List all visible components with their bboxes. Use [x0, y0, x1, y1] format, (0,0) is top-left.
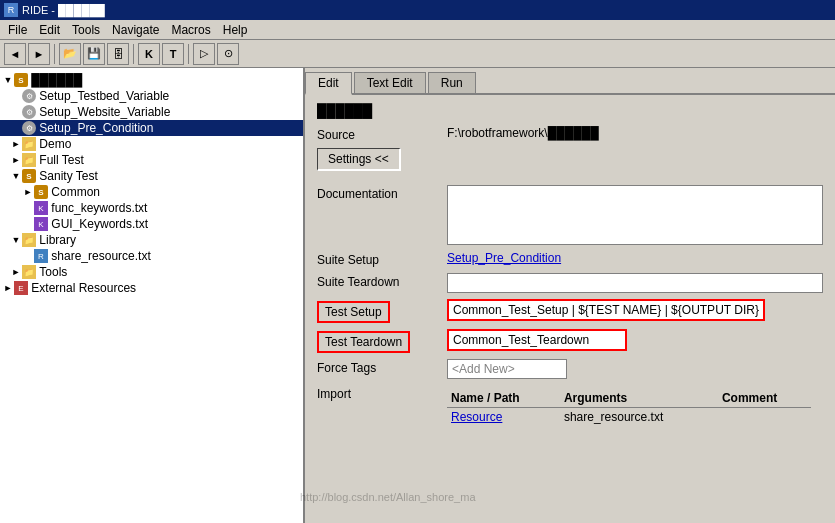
toolbar: ◄ ► 📂 💾 🗄 K T ▷ ⊙ [0, 40, 835, 68]
project-tree[interactable]: ▼ S ██████ ⚙ Setup_Testbed_Variable ⚙ Se… [0, 68, 305, 523]
toolbar-save-all[interactable]: 💾 [83, 43, 105, 65]
menu-macros[interactable]: Macros [165, 22, 216, 38]
test-setup-label[interactable]: Test Setup [317, 301, 390, 323]
import-type[interactable]: Resource [447, 408, 560, 427]
col-comment: Comment [718, 389, 811, 408]
ext-icon: E [14, 281, 28, 295]
suite-setup-link[interactable]: Setup_Pre_Condition [447, 251, 561, 265]
suite-teardown-row: Suite Teardown [317, 273, 823, 293]
toolbar-forward[interactable]: ► [28, 43, 50, 65]
source-row: Source F:\robotframework\██████ [317, 126, 823, 142]
tree-label-share-res: share_resource.txt [51, 249, 150, 263]
page-title: ██████ [317, 103, 823, 118]
tree-arrow-fulltest[interactable]: ► [10, 154, 22, 166]
settings-section: Settings << [317, 148, 823, 179]
toolbar-run[interactable]: ▷ [193, 43, 215, 65]
tree-item-testbed[interactable]: ⚙ Setup_Testbed_Variable [0, 88, 303, 104]
tree-item-fulltest[interactable]: ► 📁 Full Test [0, 152, 303, 168]
toolbar-t[interactable]: T [162, 43, 184, 65]
tree-arrow-common[interactable]: ► [22, 186, 34, 198]
menu-help[interactable]: Help [217, 22, 254, 38]
suite-teardown-label: Suite Teardown [317, 273, 447, 289]
import-arguments [718, 408, 811, 427]
toolbar-k[interactable]: K [138, 43, 160, 65]
documentation-label: Documentation [317, 185, 447, 201]
test-setup-label-wrapper: Test Setup [317, 299, 447, 323]
toolbar-separator-3 [188, 44, 189, 64]
import-table-header: Name / Path Arguments Comment [447, 389, 823, 408]
tree-label-func-kw: func_keywords.txt [51, 201, 147, 215]
test-teardown-row: Test Teardown Common_Test_Teardown [317, 329, 823, 353]
suite-setup-label: Suite Setup [317, 251, 447, 267]
menu-edit[interactable]: Edit [33, 22, 66, 38]
kw-icon-gui: K [34, 217, 48, 231]
force-tags-row: Force Tags <Add New> [317, 359, 823, 379]
tree-arrow-library[interactable]: ▼ [10, 234, 22, 246]
settings-button[interactable]: Settings << [317, 148, 401, 171]
documentation-area[interactable] [447, 185, 823, 245]
gear-icon-precondition: ⚙ [22, 121, 36, 135]
import-type-link[interactable]: Resource [451, 410, 502, 424]
col-arguments: Arguments [560, 389, 718, 408]
tree-arrow-root[interactable]: ▼ [2, 74, 14, 86]
menu-tools[interactable]: Tools [66, 22, 106, 38]
suite-setup-row: Suite Setup Setup_Pre_Condition [317, 251, 823, 267]
tree-label-library: Library [39, 233, 76, 247]
import-name-path: share_resource.txt [560, 408, 718, 427]
source-value: F:\robotframework\██████ [447, 126, 823, 140]
import-table: Name / Path Arguments Comment Resource s… [447, 389, 823, 426]
folder-icon-tools: 📁 [22, 265, 36, 279]
col-name-path: Name / Path [447, 389, 560, 408]
tree-item-func-kw[interactable]: ► K func_keywords.txt [0, 200, 303, 216]
tree-item-website[interactable]: ⚙ Setup_Website_Variable [0, 104, 303, 120]
tree-arrow-tools[interactable]: ► [10, 266, 22, 278]
menu-file[interactable]: File [2, 22, 33, 38]
tree-item-sanitytest[interactable]: ▼ S Sanity Test [0, 168, 303, 184]
test-teardown-value[interactable]: Common_Test_Teardown [447, 329, 627, 351]
tree-arrow-demo[interactable]: ► [10, 138, 22, 150]
tree-arrow-external[interactable]: ► [2, 282, 14, 294]
tab-edit[interactable]: Edit [305, 72, 352, 95]
tree-item-gui-kw[interactable]: ► K GUI_Keywords.txt [0, 216, 303, 232]
toolbar-save[interactable]: 🗄 [107, 43, 129, 65]
tab-run[interactable]: Run [428, 72, 476, 93]
menu-navigate[interactable]: Navigate [106, 22, 165, 38]
tree-label-fulltest: Full Test [39, 153, 83, 167]
force-tags-label: Force Tags [317, 359, 447, 375]
import-section: Import Name / Path Arguments Comment [317, 385, 823, 426]
tree-item-external[interactable]: ► E External Resources [0, 280, 303, 296]
tree-label-root: ██████ [31, 73, 82, 87]
title-bar: R RIDE - ██████ [0, 0, 835, 20]
res-icon-share: R [34, 249, 48, 263]
tree-item-precondition[interactable]: ⚙ Setup_Pre_Condition [0, 120, 303, 136]
tree-item-demo[interactable]: ► 📁 Demo [0, 136, 303, 152]
force-tags-add[interactable]: <Add New> [447, 359, 567, 379]
import-label: Import [317, 385, 447, 401]
tree-label-testbed: Setup_Testbed_Variable [39, 89, 169, 103]
toolbar-stop[interactable]: ⊙ [217, 43, 239, 65]
tree-label-demo: Demo [39, 137, 71, 151]
tab-textedit[interactable]: Text Edit [354, 72, 426, 93]
test-teardown-label-wrapper: Test Teardown [317, 329, 447, 353]
folder-icon-library: 📁 [22, 233, 36, 247]
source-label: Source [317, 126, 447, 142]
suite-teardown-input[interactable] [447, 273, 823, 293]
tree-arrow-sanitytest[interactable]: ▼ [10, 170, 22, 182]
test-teardown-label[interactable]: Test Teardown [317, 331, 410, 353]
gear-icon-testbed: ⚙ [22, 89, 36, 103]
import-comment [811, 408, 823, 427]
toolbar-open[interactable]: 📂 [59, 43, 81, 65]
documentation-row: Documentation [317, 185, 823, 245]
tree-item-tools[interactable]: ► 📁 Tools [0, 264, 303, 280]
test-setup-value-wrapper: Common_Test_Setup | ${TEST NAME} | ${OUT… [447, 299, 823, 321]
root-icon: S [14, 73, 28, 87]
tree-item-library[interactable]: ▼ 📁 Library [0, 232, 303, 248]
suite-icon-sanitytest: S [22, 169, 36, 183]
suite-icon-common: S [34, 185, 48, 199]
tree-item-share-res[interactable]: ► R share_resource.txt [0, 248, 303, 264]
toolbar-back[interactable]: ◄ [4, 43, 26, 65]
tree-item-common[interactable]: ► S Common [0, 184, 303, 200]
tree-item-root[interactable]: ▼ S ██████ [0, 72, 303, 88]
tree-label-gui-kw: GUI_Keywords.txt [51, 217, 148, 231]
test-setup-value[interactable]: Common_Test_Setup | ${TEST NAME} | ${OUT… [447, 299, 765, 321]
